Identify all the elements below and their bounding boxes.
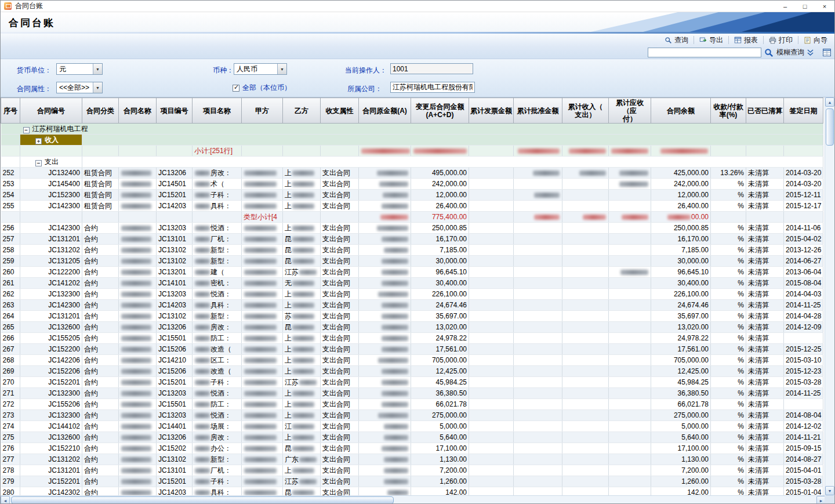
table-row[interactable]: 262JC132300合约JC13203悦酒：上支出合同226,100.0022… [1,289,823,300]
table-row[interactable]: 279JC152201合约JC15201子科：江苏支出合同1,260.001,2… [1,476,823,487]
table-row[interactable]: 276JC152210合约JC15202办公：昆支出合同17,100.0017,… [1,443,823,454]
table-row[interactable]: 263JC142300合约JC14203具科：上支出合同24,674.4624,… [1,300,823,311]
attribute-select[interactable]: <<全部>> [56,82,103,93]
tree-toggle-icon[interactable]: − [35,160,42,166]
column-header[interactable]: 甲方 [242,98,283,124]
column-header[interactable]: 项目编号 [157,98,193,124]
dropdown-arrow-icon[interactable] [277,64,286,74]
column-header[interactable]: 合同余额 [651,98,711,124]
query-button[interactable]: 查询 [662,35,691,45]
horizontal-scrollbar[interactable] [1,495,826,504]
table-row[interactable]: 252JC132400租赁合同JC13206房改：上支出合同495,000.00… [1,168,823,179]
cell-amount-changed: 45,984.25 [411,377,469,388]
column-header[interactable]: 收支属性 [321,98,359,124]
vertical-scroll-thumb[interactable] [826,108,834,146]
cell-no: 256 [1,223,20,234]
redacted-blur [121,336,151,341]
redacted-blur [195,336,210,341]
export-button[interactable]: 导出 [697,35,725,45]
tree-toggle-icon[interactable]: − [23,127,30,133]
cell-amount-receivable [609,377,651,388]
dropdown-arrow-icon[interactable] [93,82,102,93]
type-subtotal-row[interactable]: 类型小计[4775,400.0000.00 [1,212,823,223]
column-header[interactable]: 已否已清算 [746,98,784,124]
dropdown-arrow-icon[interactable] [93,64,102,74]
cell-contract-no: JC152200 [20,344,82,355]
table-row[interactable]: 269JC152206合约JC15206改造（上支出合同12,425.0012,… [1,366,823,377]
cell-amount-income [562,300,609,311]
table-row[interactable]: 270JC152201合约JC15201子科：江苏支出合同45,984.2545… [1,377,823,388]
redacted-blur [121,226,151,231]
table-row[interactable]: 277JC131202合约JC13102新型：广东支出合同1,130.001,1… [1,454,823,465]
currency-unit-select[interactable]: 元 [56,63,103,75]
table-row[interactable]: 267JC152200合约JC15206改造（上支出合同17,561.0017,… [1,344,823,355]
fuzzy-query-label[interactable]: 模糊查询 [776,48,804,57]
cell-party-a [242,179,283,190]
table-row[interactable]: 278JC131201合约JC13101厂机：上支出合同7,200.007,20… [1,465,823,476]
operator-field[interactable] [390,63,473,74]
all-base-currency-checkbox[interactable] [233,85,239,92]
table-row[interactable]: 258JC131202合约JC13102新型：昆支出合同7,185.007,18… [1,245,823,256]
column-header[interactable]: 签定日期 [784,98,823,124]
cell-amount-changed: 495,000.00 [411,168,469,179]
table-row[interactable]: 260JC122200合约JC13201建（江苏支出合同96,645.1096,… [1,267,823,278]
horizontal-scroll-thumb[interactable] [11,496,394,504]
table-row[interactable]: 256JC142300合约JC13203悦酒：上支出合同250,000.8525… [1,223,823,234]
grid-view-icon[interactable] [823,49,831,56]
cell-balance: 250,000.85 [651,223,711,234]
cell-amount-approved [514,168,562,179]
table-row[interactable]: 274JC144102合约JC14401场展：江支出合同5,000.005,00… [1,421,823,432]
table-row[interactable]: 254JC152300租赁合同JC15201子科：上支出合同12,000.001… [1,190,823,201]
wizard-icon [804,37,811,44]
column-header[interactable]: 合同编号 [20,98,82,124]
table-row[interactable]: 257JC131201合约JC13101厂机：昆支出合同16,170.0016,… [1,234,823,245]
column-header[interactable]: 项目名称 [193,98,242,124]
table-row[interactable]: 255JC142300租赁合同JC14203具科：上支出合同26,400.002… [1,201,823,212]
column-header[interactable]: 乙方 [283,98,321,124]
table-row[interactable]: 265JC132600合约JC13206房改：昆支出合同13,020.0013,… [1,322,823,333]
report-button[interactable]: 报表 [732,35,760,45]
redacted-blur [382,270,408,275]
scroll-left-icon[interactable] [1,496,10,504]
scroll-up-icon[interactable] [825,97,834,107]
tree-node-income[interactable]: +收入 [1,135,823,146]
table-row[interactable]: 253JC145400租赁合同JC14501术（上支出合同242,000.002… [1,179,823,190]
column-header[interactable]: 合同分类 [82,98,119,124]
table-row[interactable]: 259JC131205合约JC13102新型：昆支出合同30,000.0030,… [1,256,823,267]
wizard-button[interactable]: 向导 [801,35,830,45]
close-button[interactable]: × [815,1,834,12]
column-header[interactable]: 收款/付款 率(%) [711,98,746,124]
redacted-blur [195,490,210,495]
column-header[interactable]: 合同原金额(A) [359,98,411,124]
column-header[interactable]: 合同名称 [119,98,157,124]
tree-node-expense[interactable]: −支出 [1,157,823,168]
table-row[interactable]: 272JC155206合约JC15501防工：上支出合同66,021.7866,… [1,399,823,410]
company-field[interactable] [390,82,475,93]
table-row[interactable]: 264JC131201合约JC13102新型：苏支出合同35,697.0035,… [1,311,823,322]
scroll-down-icon[interactable] [825,486,834,495]
vertical-scrollbar[interactable] [825,97,834,495]
minimize-button[interactable]: – [775,1,795,12]
column-header[interactable]: 累计收入（ 支出） [562,98,609,124]
table-row[interactable]: 271JC132300合约JC13203悦酒：上支出合同36,380.5036,… [1,388,823,399]
search-input[interactable] [648,48,761,57]
column-header[interactable]: 序号 [1,98,20,124]
search-icon[interactable] [764,48,774,57]
column-header[interactable]: 变更后合同金额 (A+C+D) [411,98,469,124]
currency-select[interactable]: 人民币 [234,63,287,75]
table-row[interactable]: 273JC132300合约JC13203悦酒：上支出合同275,000.0027… [1,410,823,421]
table-row[interactable]: 268JC142206合约JC14210区工：上支出合同705,000.0070… [1,355,823,366]
column-header[interactable]: 累计批准金额 [514,98,562,124]
column-header[interactable]: 累计发票金额 [469,98,514,124]
chevron-double-down-icon[interactable] [807,49,814,56]
subtotal-row[interactable]: 小计:[251行] [1,146,823,157]
table-row[interactable]: 261JC141202合约JC14101密机：无支出合同30,400.0030,… [1,278,823,289]
print-button[interactable]: 打印 [767,35,795,45]
maximize-button[interactable]: □ [795,1,815,12]
tree-toggle-icon[interactable]: + [35,138,42,144]
table-row[interactable]: 266JC155205合约JC15501防工：上支出合同24,978.2224,… [1,333,823,344]
tree-node-company[interactable]: −江苏柯瑞机电工程 [1,124,823,135]
cell-category: 租赁合同 [82,190,119,201]
table-row[interactable]: 275JC132600合约JC13206房改：上支出合同5,640.005,64… [1,432,823,443]
column-header[interactable]: 累计应收（应 付） [609,98,651,124]
